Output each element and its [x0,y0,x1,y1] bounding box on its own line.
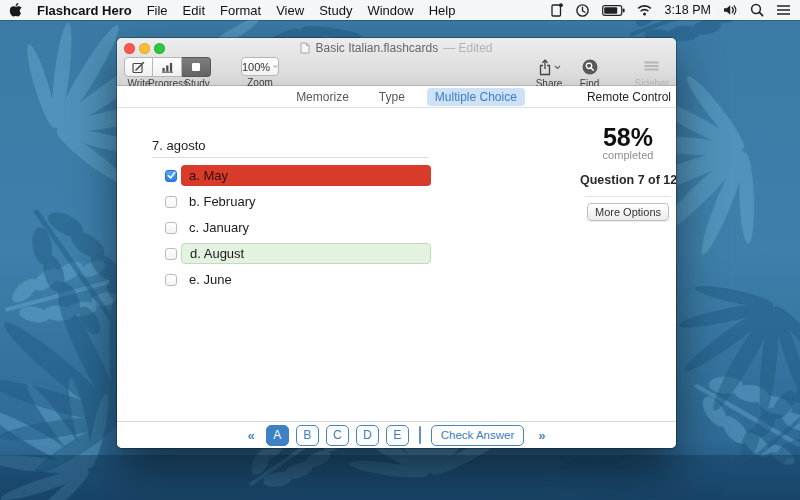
time-machine-icon[interactable] [575,3,590,18]
checkbox-unchecked[interactable] [165,274,177,286]
zoom-value: 100% [242,61,270,73]
menu-bar: Flashcard Hero File Edit Format View Stu… [0,0,800,20]
window-edited-label: — Edited [443,41,492,55]
fullscreen-button[interactable] [154,43,165,54]
nav-letter-d[interactable]: D [356,425,379,446]
option-label-correct: d. August [181,243,431,264]
prev-question-button[interactable]: « [248,428,255,443]
answer-options: a. May b. February c. January d. August [152,165,434,290]
minimize-button[interactable] [139,43,150,54]
checkbox-unchecked[interactable] [165,248,177,260]
progress-mode-button[interactable] [153,57,182,77]
option-label: c. January [181,217,431,238]
menu-study[interactable]: Study [319,3,352,18]
answer-nav-bar: « A B C D E Check Answer » [117,421,676,448]
close-button[interactable] [124,43,135,54]
notification-center-icon[interactable] [776,4,791,16]
wifi-icon[interactable] [637,4,652,16]
flashcard-hero-window: Basic Italian.flashcards — Edited [117,38,676,448]
check-answer-button[interactable]: Check Answer [431,425,525,446]
clock-time[interactable]: 3:18 PM [664,3,711,17]
menu-format[interactable]: Format [220,3,261,18]
more-options-button[interactable]: More Options [587,203,669,221]
find-magnifier-icon [582,59,598,75]
menu-help[interactable]: Help [429,3,456,18]
nav-letter-b[interactable]: B [296,425,319,446]
window-title: Basic Italian.flashcards [315,41,438,55]
document-icon [300,42,310,54]
option-label: b. February [181,191,431,212]
volume-icon[interactable] [723,4,738,16]
write-mode-button[interactable] [124,57,153,77]
window-titlebar: Basic Italian.flashcards — Edited [117,38,676,86]
tab-type[interactable]: Type [371,88,413,106]
menu-view[interactable]: View [276,3,304,18]
next-question-button[interactable]: » [538,428,545,443]
menu-window[interactable]: Window [367,3,413,18]
option-label-wrong: a. May [181,165,431,186]
document-status-icon[interactable] [551,3,563,17]
sidebar-lines-icon [643,60,660,74]
progress-bars-icon [161,61,174,73]
tab-memorize[interactable]: Memorize [288,88,357,106]
percent-completed: 58% [580,128,676,147]
apple-logo-icon [9,3,22,18]
share-button[interactable] [536,57,563,77]
answer-option-d[interactable]: d. August [152,243,434,264]
nav-divider [419,426,421,444]
option-label: e. June [181,269,431,290]
progress-panel: 58% completed Question 7 of 12 More Opti… [580,128,676,221]
answer-option-c[interactable]: c. January [152,217,434,238]
write-compose-icon [132,61,145,74]
sidebar-toggle-button[interactable] [641,57,662,77]
find-button[interactable] [580,57,600,77]
question-divider [152,157,428,158]
chevron-down-icon [273,64,278,69]
spotlight-search-icon[interactable] [750,3,764,17]
remote-control-link[interactable]: Remote Control [587,86,671,107]
tab-multiple-choice[interactable]: Multiple Choice [427,88,525,106]
menu-app-name[interactable]: Flashcard Hero [37,3,132,18]
nav-letter-a[interactable]: A [266,425,289,446]
completed-label: completed [580,149,676,161]
chevron-down-icon [554,65,561,70]
share-icon [538,59,552,76]
answer-option-e[interactable]: e. June [152,269,434,290]
apple-menu[interactable] [9,3,22,18]
checkbox-check-icon [167,171,176,180]
checkbox-unchecked[interactable] [165,222,177,234]
checkbox-checked[interactable] [165,170,177,182]
menu-file[interactable]: File [147,3,168,18]
battery-icon[interactable] [602,5,625,16]
answer-option-b[interactable]: b. February [152,191,434,212]
toolbar: Write Progress Study 100% Zoom [117,55,676,85]
window-controls [124,43,165,54]
menu-edit[interactable]: Edit [183,3,205,18]
quiz-content: 7. agosto a. May b. February [117,108,676,421]
zoom-dropdown[interactable]: 100% [241,57,279,76]
question-block: 7. agosto a. May b. February [152,138,434,295]
checkbox-unchecked[interactable] [165,196,177,208]
question-text: 7. agosto [152,138,434,153]
study-mode-tabbar: Memorize Type Multiple Choice Remote Con… [117,86,676,108]
question-counter: Question 7 of 12 [580,173,676,187]
study-mode-button[interactable] [182,57,211,77]
nav-letter-c[interactable]: C [326,425,349,446]
answer-option-a[interactable]: a. May [152,165,434,186]
study-card-icon [191,62,201,72]
nav-letter-e[interactable]: E [386,425,409,446]
stats-divider [585,196,671,197]
